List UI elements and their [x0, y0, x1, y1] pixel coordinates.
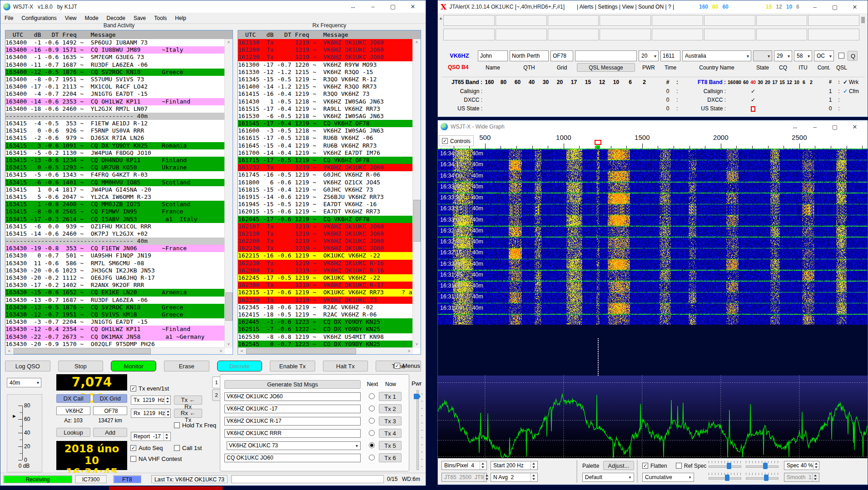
country-select[interactable]: Australia▾: [682, 50, 751, 61]
jt65-jt9-spinner[interactable]: JT65 2500 JT9: [441, 473, 487, 482]
pwr-slider-handle[interactable]: [414, 394, 421, 399]
tx-message-input[interactable]: VK6HZ OK1UKC 73▾: [227, 441, 361, 450]
decode-row[interactable]: 161745 -16 -0.5 1219 ~ G0JHC VK6HZ R-06: [238, 171, 413, 178]
decode-row[interactable]: 163415 -6 0.0 939 ~ OZ1FHU MX1COL RRR: [5, 223, 225, 230]
decode-row[interactable]: 162300 Tx 1219 ~ VK6HZ OK1UKC R-16: [238, 267, 413, 274]
decode-row[interactable]: 163400 -1 -0.6 1492 ~ SP6OUJ IU8ANM 73: [5, 39, 225, 46]
menu-file[interactable]: File: [0, 14, 17, 22]
decode-row[interactable]: 163430 -20 -0.6 1023 ~ JH3GCN IK2JKB JN5…: [5, 267, 225, 274]
callsign-cell[interactable]: [496, 29, 547, 40]
display-mode-select[interactable]: Cumulative▼: [642, 473, 694, 482]
gain-slider-2[interactable]: [709, 473, 741, 481]
decode-row[interactable]: ------------------------------------ 40m: [5, 238, 225, 245]
callsign-cell[interactable]: [600, 15, 651, 26]
flatten-checkbox[interactable]: ✓Flatten: [642, 462, 667, 469]
decode-row[interactable]: 163400 -8 -0.7 1951 ~ S57UMU SV1VS 73: [5, 76, 225, 83]
tx-message-input[interactable]: VK6HZ OK1UKC -17: [224, 405, 361, 413]
tx-next-radio[interactable]: [369, 442, 375, 448]
widegraph-titlebar[interactable]: WSJT-X - Wide Graph ↔ – ▢ ✕: [438, 120, 868, 133]
tab-1[interactable]: 1: [212, 376, 220, 388]
close-button[interactable]: ✕: [403, 3, 423, 10]
gain-slider-1[interactable]: [709, 461, 741, 469]
close-button[interactable]: ✕: [845, 124, 865, 130]
waterfall[interactable]: 16:34:3040m16:34:1540m16:34:0040m16:33:4…: [438, 148, 868, 325]
hold-tx-freq-checkbox[interactable]: Hold Tx Freq: [174, 421, 216, 429]
tx-next-radio[interactable]: [369, 418, 375, 424]
qsl-checkbox[interactable]: [838, 53, 844, 59]
decode-row[interactable]: 163430 -13 -0.5 1876 ~ CQ SV2ROC KN10 Gr…: [5, 304, 225, 311]
cq-select[interactable]: 29▾: [774, 50, 792, 61]
decode-row[interactable]: 163415 -13 -0.6 1234 ~ CQ OH4NDU KP11 Fi…: [5, 157, 225, 164]
zero-slider-2[interactable]: [746, 473, 779, 481]
decode-row[interactable]: 163415 -4 -0.5 353 ~ F1ETW AE1DJ R-12: [5, 120, 225, 127]
decode-row[interactable]: 163415 3 -0.6 1091 ~ CQ DX YO9DY KN25 Ro…: [5, 142, 225, 149]
decode-row[interactable]: 161645 -15 -0.4 1219 ~ RU6B VK6HZ RR73: [238, 142, 413, 149]
tx-next-radio[interactable]: [369, 393, 375, 399]
scrollbar-thumb[interactable]: [225, 292, 233, 321]
pwr-select[interactable]: 20▾: [639, 50, 659, 61]
scroll-right-icon[interactable]: ˃: [217, 348, 225, 354]
grid-field[interactable]: OF78: [551, 50, 573, 61]
decode-row[interactable]: 163415 -6 -0.6 1401 ~ CQ MM0HVU IO85 Sco…: [5, 179, 225, 186]
scroll-right-icon[interactable]: ˃: [405, 348, 413, 354]
tx-even-checkbox[interactable]: ✓Tx even/1st: [130, 385, 169, 392]
decode-row[interactable]: 162015 -15 -0.6 1219 ~ EA7DT VK6HZ RR73: [238, 208, 413, 215]
lookup-button[interactable]: Lookup: [56, 428, 90, 437]
tx-freq-marker[interactable]: [596, 145, 600, 148]
scrollbar-thumb[interactable]: [14, 348, 151, 354]
na-vhf-checkbox[interactable]: NA VHF Contest: [130, 455, 182, 462]
decode-row[interactable]: 163430 -12 -0.7 1951 ~ CQ SV1VS KM18 Gre…: [5, 311, 225, 318]
callsign-cell[interactable]: [548, 15, 599, 26]
resize-icon[interactable]: ↔: [785, 124, 805, 130]
qsl-message-field[interactable]: [575, 50, 637, 61]
tx-now-button[interactable]: Tx 3: [379, 416, 402, 426]
decode-row[interactable]: 161530 -6 -0.5 1218 ~ VK6HZ IW0SAG JN63: [238, 113, 413, 120]
scroll-down-icon[interactable]: ˅: [413, 341, 421, 348]
decode-row[interactable]: 161700 -14 -0.4 1219 ~ VK6HZ EA7DT IM76: [238, 149, 413, 157]
menu-help[interactable]: Help: [171, 14, 190, 22]
decode-row[interactable]: 162345 -18 -0.6 1219 ~ R2AC VK6HZ -02: [238, 304, 413, 311]
decode-row[interactable]: 163430 -22 -0.7 2673 ~ CQ DK1MAX JN58 a1…: [5, 333, 225, 341]
decode-row[interactable]: 162045 -17 -0.6 1219 ~ CQ VK6HZ OF78: [238, 216, 413, 223]
widegraph-scale[interactable]: ✓Controls 50010001500200025003000: [438, 133, 868, 149]
tx-from-rx-button[interactable]: Tx ← Rx: [174, 396, 202, 405]
palette-select[interactable]: Default▼: [582, 473, 634, 482]
wsjtx-titlebar[interactable]: WSJT-X v1.8.0 by K1JT ↔ – ▢ ✕: [0, 0, 426, 13]
dx-call-input[interactable]: VK6HZ: [56, 406, 90, 415]
callsign-cell[interactable]: [496, 15, 547, 26]
jtalert-menu-sound-on[interactable]: Sound ON: [638, 4, 664, 10]
frequency-display[interactable]: 7,074 000: [56, 374, 127, 391]
scroll-left-icon[interactable]: ˂: [5, 348, 13, 354]
decode-row[interactable]: 161732 Tx 1219 ~ VK6HZ OK1UKC JO60: [238, 164, 413, 171]
itu-select[interactable]: 58▾: [794, 50, 812, 61]
bins-pixel-spinner[interactable]: Bins/Pixel 4: [441, 461, 487, 470]
jtalert-menu-view[interactable]: View: [622, 4, 634, 10]
jtalert-titlebar[interactable]: X JTAlertX 2.10.14 OK1UKC [~,40m,HRD6+,F…: [438, 0, 868, 13]
rx-frequency-vscrollbar[interactable]: ˄ ˅: [412, 39, 421, 348]
callsign-cell[interactable]: [600, 29, 651, 40]
callsign-cell[interactable]: [808, 29, 859, 40]
generate-std-msgs-button[interactable]: Generate Std Msgs: [224, 380, 361, 389]
menu-decode[interactable]: Decode: [103, 14, 129, 22]
rx-frequency-hscrollbar[interactable]: ˂ ˃: [238, 347, 413, 354]
scroll-left-icon[interactable]: ˂: [238, 348, 246, 354]
decode-row[interactable]: 162300 Tx 1219 ~ VK6HZ OK1UKC R-17: [238, 282, 413, 289]
decode-row[interactable]: 163430 -20 -0.2 1112 ~ OE6JFG UA6JHQ R-1…: [5, 274, 225, 282]
callsign-cell[interactable]: [443, 15, 495, 26]
decode-row[interactable]: 163430 -13 -0.7 1687 ~ RU3DF LA6ZEA -06: [5, 297, 225, 304]
dx-grid-input[interactable]: OF78: [93, 406, 127, 415]
decode-row[interactable]: 163430 -3 -0.7 2204 ~ JN1GTG EA7DT -15: [5, 318, 225, 326]
callsign-cell[interactable]: [808, 15, 859, 26]
jtalert-menu-settings[interactable]: Settings: [598, 4, 617, 10]
button-enable-tx[interactable]: Enable Tx: [270, 361, 315, 371]
decode-row[interactable]: 161545 -17 -0.4 1219 ~ CQ VK6HZ OF78: [238, 120, 413, 127]
tx-now-button[interactable]: Tx 4: [379, 429, 402, 438]
auto-seq-checkbox[interactable]: ✓Auto Seq: [130, 444, 163, 451]
tab-2[interactable]: 2: [212, 389, 220, 401]
decode-row[interactable]: 162130 Tx 1219 ~ VK6HZ OK1UKC JO60: [238, 230, 413, 238]
smooth-spinner[interactable]: Smooth 1: [784, 473, 819, 482]
button-stop[interactable]: Stop: [58, 361, 104, 371]
decode-row[interactable]: 163400 -4 -0.7 2204 ~ JN1GTG EA7DT -15: [5, 90, 225, 98]
minimize-button[interactable]: –: [363, 3, 383, 10]
decode-row[interactable]: 161330 -12 -1.2 1215 ~ VK6HZ R3QO -15: [238, 69, 413, 76]
